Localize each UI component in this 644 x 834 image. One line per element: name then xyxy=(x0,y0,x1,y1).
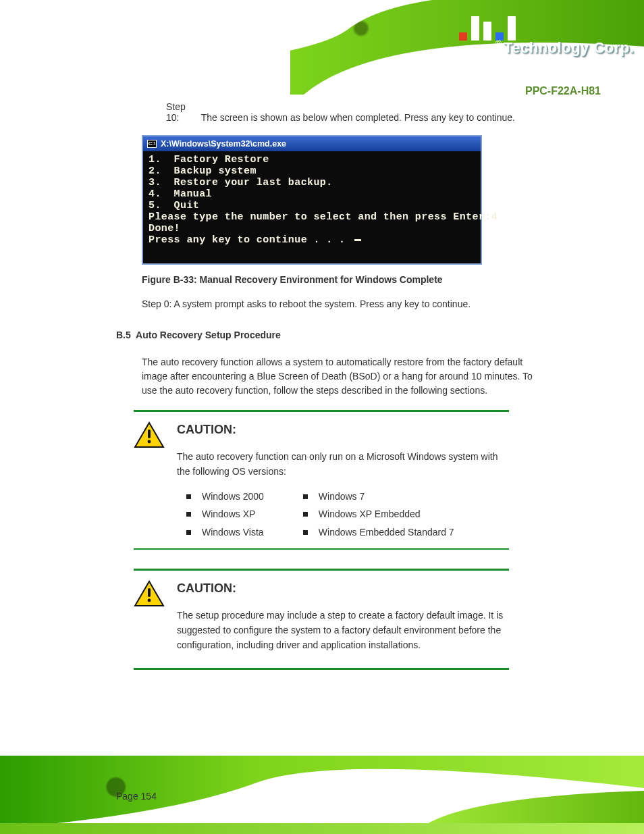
divider xyxy=(134,668,509,670)
cmd-icon: C:\ xyxy=(147,140,157,148)
bullet-icon xyxy=(303,512,308,517)
warning-icon xyxy=(134,580,165,607)
svg-point-4 xyxy=(148,598,151,602)
caution-text: The setup procedure may include a step t… xyxy=(177,608,509,653)
caution-box-2: CAUTION: The setup procedure may include… xyxy=(134,580,509,653)
brand-logo xyxy=(459,16,516,41)
caution-box-1: CAUTION: The auto recovery function can … xyxy=(134,421,509,542)
os-list: Windows 2000 Windows XP Windows Vista Wi… xyxy=(186,488,509,542)
caution-label: CAUTION: xyxy=(177,581,509,596)
bullet-icon xyxy=(186,494,191,499)
logo-bar xyxy=(483,22,491,41)
step-11: Step 0: A system prompt asks to reboot t… xyxy=(142,298,520,309)
logo-bar xyxy=(508,16,516,41)
cmd-title-path: X:\Windows\System32\cmd.exe xyxy=(161,139,286,149)
os-item: Windows 7 xyxy=(319,488,365,506)
cmd-window: C:\ X:\Windows\System32\cmd.exe 1. Facto… xyxy=(142,135,482,265)
section-title: Auto Recovery Setup Procedure xyxy=(136,330,281,340)
divider xyxy=(134,569,509,571)
svg-rect-5 xyxy=(148,588,151,597)
svg-rect-2 xyxy=(148,429,151,438)
figure-cmd-window: C:\ X:\Windows\System32\cmd.exe 1. Facto… xyxy=(142,135,482,265)
step-text: The screen is shown as below when comple… xyxy=(201,112,515,123)
registered-mark: ® xyxy=(495,39,502,49)
bullet-icon xyxy=(303,494,308,499)
warning-icon xyxy=(134,421,165,448)
os-item: Windows 2000 xyxy=(202,488,264,506)
step-10: Step 10: The screen is shown as below wh… xyxy=(166,101,531,123)
divider xyxy=(134,410,509,412)
gloss xyxy=(0,743,644,748)
caution-text: The auto recovery function can only run … xyxy=(177,449,509,479)
cmd-line: Please type the number to select and the… xyxy=(149,211,475,223)
section-description: The auto recovery function allows a syst… xyxy=(142,355,533,398)
cmd-line: Press any key to continue . . . xyxy=(149,234,475,246)
svg-point-1 xyxy=(148,440,151,444)
cmd-line: 2. Backup system xyxy=(149,165,475,177)
os-item: Windows XP Embedded xyxy=(319,505,421,523)
cmd-line: 1. Factory Restore xyxy=(149,154,475,165)
cmd-line: 3. Restore your last backup. xyxy=(149,177,475,188)
footer-stripe xyxy=(0,823,644,834)
cmd-line: 4. Manual xyxy=(149,188,475,200)
os-item: Windows XP xyxy=(202,505,255,523)
os-item: Windows Vista xyxy=(202,523,264,542)
cmd-line: 5. Quit xyxy=(149,200,475,211)
section-number: B.5 xyxy=(116,330,131,340)
logo-bar xyxy=(471,16,479,41)
page-number-label: Page 154 xyxy=(116,791,157,802)
page-footer: Page 154 xyxy=(0,743,644,834)
bullet-icon xyxy=(303,530,308,535)
figure-caption: Figure B-33: Manual Recovery Environment… xyxy=(142,274,644,285)
page-content: Step 10: The screen is shown as below wh… xyxy=(0,101,644,670)
bullet-icon xyxy=(186,530,191,535)
divider xyxy=(134,548,509,550)
section-heading: B.5 Auto Recovery Setup Procedure xyxy=(116,330,644,340)
logo-dot-red xyxy=(459,32,467,41)
brand-name: Technology Corp. xyxy=(504,39,634,57)
product-model: PPC-F22A-H81 xyxy=(525,85,601,97)
cmd-titlebar: C:\ X:\Windows\System32\cmd.exe xyxy=(143,136,481,151)
step-number: Step 10: xyxy=(166,101,198,123)
page-header: ® Technology Corp. PPC-F22A-H81 xyxy=(0,0,644,95)
os-item: Windows Embedded Standard 7 xyxy=(319,523,454,542)
cursor-icon xyxy=(354,239,361,241)
cmd-body: 1. Factory Restore 2. Backup system 3. R… xyxy=(143,151,481,263)
caution-label: CAUTION: xyxy=(177,423,509,437)
bullet-icon xyxy=(186,512,191,517)
cmd-line: Done! xyxy=(149,223,475,234)
